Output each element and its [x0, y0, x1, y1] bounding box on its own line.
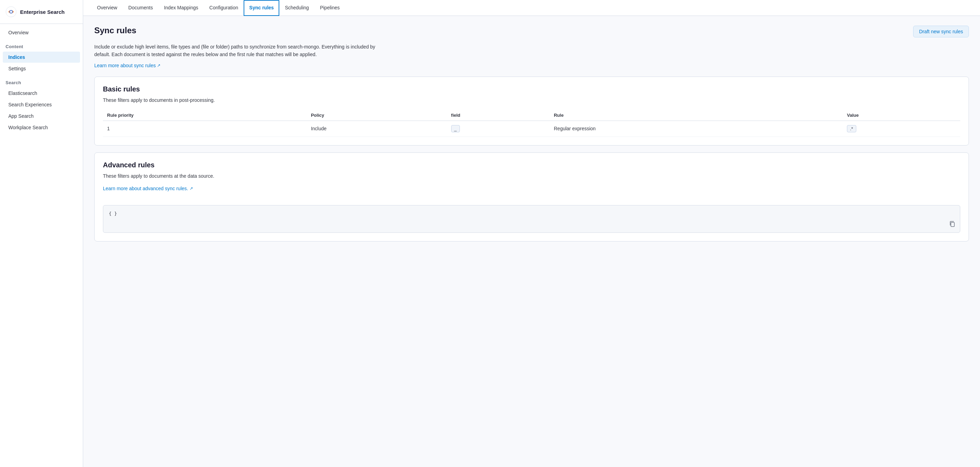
basic-rules-table: Rule priority Policy field Rule Value 1 … — [103, 110, 960, 137]
cell-field: _ — [447, 121, 550, 137]
learn-more-sync-rules-link[interactable]: Learn more about sync rules ↗ — [94, 63, 161, 68]
page-header: Sync rules Draft new sync rules — [94, 25, 969, 37]
copy-to-clipboard-icon[interactable] — [949, 220, 956, 228]
sidebar-item-search-experiences[interactable]: Search Experiences — [3, 99, 80, 110]
field-badge: _ — [451, 125, 460, 132]
tab-sync-rules[interactable]: Sync rules — [243, 0, 279, 16]
sidebar-item-workplace-search[interactable]: Workplace Search — [3, 122, 80, 133]
col-value: Value — [843, 110, 960, 121]
cell-rule: Regular expression — [550, 121, 843, 137]
col-policy: Policy — [307, 110, 447, 121]
sidebar: Enterprise Search Overview Content Indic… — [0, 0, 83, 467]
col-rule-priority: Rule priority — [103, 110, 307, 121]
sidebar-item-app-search[interactable]: App Search — [3, 111, 80, 122]
advanced-rules-json-editor[interactable]: { } — [103, 205, 960, 233]
tab-pipelines[interactable]: Pipelines — [314, 0, 345, 16]
json-content: { } — [109, 211, 117, 216]
advanced-rules-card: Advanced rules These filters apply to do… — [94, 152, 969, 241]
external-link-icon: ↗ — [157, 63, 161, 68]
cell-policy: Include — [307, 121, 447, 137]
learn-more-advanced-rules-link[interactable]: Learn more about advanced sync rules. ↗ — [103, 186, 193, 191]
table-header-row: Rule priority Policy field Rule Value — [103, 110, 960, 121]
basic-rules-table-header: Rule priority Policy field Rule Value — [103, 110, 960, 121]
sidebar-item-overview[interactable]: Overview — [3, 27, 80, 38]
sidebar-section-search: Search — [0, 75, 83, 87]
sidebar-item-elasticsearch[interactable]: Elasticsearch — [3, 87, 80, 99]
main-content: Overview Documents Index Mappings Config… — [83, 0, 980, 467]
sidebar-nav: Overview Content Indices Settings Search… — [0, 24, 83, 136]
basic-rules-table-body: 1 Include _ Regular expression .* — [103, 121, 960, 137]
advanced-rules-description: These filters apply to documents at the … — [103, 173, 960, 179]
svg-rect-3 — [951, 222, 955, 227]
sidebar-item-indices[interactable]: Indices — [3, 52, 80, 63]
table-row: 1 Include _ Regular expression .* — [103, 121, 960, 137]
sidebar-header: Enterprise Search — [0, 0, 83, 24]
col-rule: Rule — [550, 110, 843, 121]
draft-new-sync-rules-button[interactable]: Draft new sync rules — [913, 25, 969, 37]
tab-overview[interactable]: Overview — [91, 0, 123, 16]
col-field: field — [447, 110, 550, 121]
clipboard-icon — [949, 220, 956, 227]
tab-documents[interactable]: Documents — [123, 0, 158, 16]
basic-rules-title: Basic rules — [103, 85, 960, 93]
page-title: Sync rules — [94, 25, 136, 35]
tab-scheduling[interactable]: Scheduling — [279, 0, 314, 16]
tab-index-mappings[interactable]: Index Mappings — [158, 0, 204, 16]
svg-point-2 — [10, 11, 12, 13]
basic-rules-card: Basic rules These filters apply to docum… — [94, 76, 969, 146]
advanced-rules-title: Advanced rules — [103, 161, 960, 169]
tab-bar: Overview Documents Index Mappings Config… — [83, 0, 980, 16]
cell-rule-priority: 1 — [103, 121, 307, 137]
sidebar-title: Enterprise Search — [20, 9, 64, 15]
page-body: Sync rules Draft new sync rules Include … — [83, 16, 980, 467]
page-description: Include or exclude high level items, fil… — [94, 43, 392, 59]
basic-rules-description: These filters apply to documents in post… — [103, 97, 960, 103]
sidebar-item-settings[interactable]: Settings — [3, 63, 80, 74]
external-link-icon-advanced: ↗ — [189, 186, 193, 191]
enterprise-search-logo — [6, 6, 17, 17]
cell-value: .* — [843, 121, 960, 137]
value-badge: .* — [847, 125, 856, 132]
tab-configuration[interactable]: Configuration — [204, 0, 243, 16]
sidebar-section-content: Content — [0, 38, 83, 51]
